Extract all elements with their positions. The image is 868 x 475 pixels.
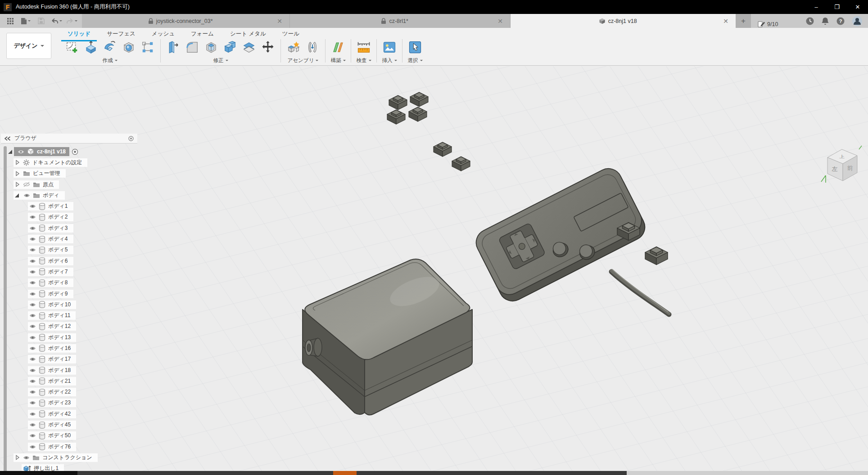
collapsed-arrow-icon[interactable] — [15, 160, 20, 165]
eye-icon[interactable] — [29, 368, 36, 373]
tree-view-management[interactable]: ビュー管理 — [8, 168, 98, 179]
group-label-insert[interactable]: 挿入 — [382, 57, 397, 64]
eye-icon[interactable] — [23, 455, 30, 460]
tree-body-row[interactable]: ボディ11 — [8, 310, 98, 321]
eye-icon[interactable] — [29, 215, 36, 220]
browser-scrollbar[interactable] — [4, 146, 7, 471]
tree-body-row[interactable]: ボディ5 — [8, 245, 98, 255]
tree-body-row[interactable]: ボディ45 — [8, 419, 98, 430]
eye-icon[interactable] — [29, 226, 36, 231]
expand-arrow-icon[interactable] — [8, 150, 12, 154]
insert-canvas-icon[interactable] — [381, 39, 398, 56]
construction-plane-icon[interactable] — [330, 39, 346, 56]
tree-body-row[interactable]: ボディ76 — [8, 441, 98, 452]
eye-icon[interactable] — [29, 269, 36, 274]
sweep-icon[interactable] — [102, 39, 118, 56]
browser-header[interactable]: ブラウザ — [1, 134, 137, 143]
tree-bodies-folder[interactable]: ボディ — [8, 190, 98, 201]
collapsed-arrow-icon[interactable] — [15, 455, 20, 460]
eye-icon[interactable] — [29, 346, 36, 351]
eye-icon[interactable] — [29, 444, 36, 449]
tab-cz-8rl1[interactable]: cz-8rl1* ✕ — [290, 14, 511, 28]
eye-icon[interactable] — [29, 291, 36, 296]
eye-icon[interactable] — [29, 259, 36, 264]
group-label-create[interactable]: 作成 — [103, 57, 118, 64]
eye-icon[interactable] — [29, 247, 36, 252]
tree-body-row[interactable]: ボディ10 — [8, 299, 98, 310]
eye-icon[interactable] — [29, 302, 36, 307]
new-component-icon[interactable] — [285, 39, 302, 56]
tree-document-settings[interactable]: ドキュメントの設定 — [8, 157, 98, 168]
tree-body-row[interactable]: ボディ9 — [8, 288, 98, 299]
press-pull-icon[interactable] — [165, 39, 181, 56]
tab-close-icon[interactable]: ✕ — [495, 18, 506, 25]
collapsed-arrow-icon[interactable] — [15, 171, 20, 176]
tree-body-row[interactable]: ボディ13 — [8, 332, 98, 343]
eye-icon[interactable] — [29, 400, 36, 405]
tree-body-row[interactable]: ボディ1 — [8, 201, 98, 211]
expand-arrow-icon[interactable] — [15, 193, 19, 197]
undo-button[interactable] — [50, 15, 63, 27]
tree-body-row[interactable]: ボディ4 — [8, 233, 98, 244]
tab-joystick-connector[interactable]: joystick-connector_03* ✕ — [82, 14, 290, 28]
tree-construction[interactable]: コンストラクション — [8, 452, 98, 463]
tree-body-row[interactable]: ボディ21 — [8, 376, 98, 386]
group-label-inspect[interactable]: 検査 — [357, 57, 371, 64]
move-copy-icon[interactable] — [260, 39, 276, 56]
new-tab-button[interactable]: + — [736, 14, 751, 28]
view-cube[interactable]: 上 左 前 — [819, 140, 864, 185]
pattern-icon[interactable] — [140, 39, 156, 56]
save-button[interactable] — [34, 15, 48, 27]
group-label-select[interactable]: 選択 — [408, 57, 423, 64]
eye-icon[interactable] — [18, 149, 24, 154]
tree-origin[interactable]: 原点 — [8, 179, 98, 190]
eye-icon[interactable] — [29, 335, 36, 340]
tree-body-row[interactable]: ボディ50 — [8, 430, 98, 441]
minimize-button[interactable]: – — [806, 0, 827, 14]
tree-feature-row[interactable]: 押し出し1 — [8, 463, 98, 471]
combine-icon[interactable] — [222, 39, 238, 56]
notifications-bell-icon[interactable] — [821, 17, 829, 26]
tree-root-row[interactable]: cz-8nj1 v18 — [8, 146, 98, 157]
hole-icon[interactable] — [121, 39, 137, 56]
select-icon[interactable] — [407, 39, 423, 56]
eye-icon[interactable] — [29, 412, 36, 417]
joint-icon[interactable] — [304, 39, 321, 56]
close-button[interactable]: ✕ — [847, 0, 868, 14]
maximize-button[interactable]: ❐ — [827, 0, 847, 14]
tree-body-row[interactable]: ボディ17 — [8, 354, 98, 365]
eye-icon[interactable] — [29, 324, 36, 329]
eye-icon[interactable] — [29, 280, 36, 285]
tree-body-row[interactable]: ボディ18 — [8, 365, 98, 376]
tab-close-icon[interactable]: ✕ — [720, 18, 731, 25]
eye-icon[interactable] — [29, 422, 36, 427]
eye-icon[interactable] — [29, 357, 36, 362]
tree-body-row[interactable]: ボディ3 — [8, 223, 98, 233]
tree-body-row[interactable]: ボディ6 — [8, 255, 98, 266]
clock-icon[interactable] — [805, 17, 814, 26]
eye-icon[interactable] — [29, 390, 36, 394]
collapse-arrows-icon[interactable] — [5, 136, 11, 141]
viewport-canvas[interactable]: 上 左 前 ブラウザ cz-8n — [0, 66, 868, 471]
group-label-construct[interactable]: 構築 — [331, 57, 346, 64]
eye-icon[interactable] — [29, 237, 36, 242]
collapsed-arrow-icon[interactable] — [15, 182, 20, 187]
redo-button[interactable] — [65, 15, 78, 27]
job-status-badge[interactable]: 9/10 — [757, 21, 778, 28]
avatar[interactable] — [852, 16, 863, 27]
group-label-assemble[interactable]: アセンブリ — [288, 57, 319, 64]
tree-body-row[interactable]: ボディ16 — [8, 343, 98, 354]
eye-icon[interactable] — [23, 193, 30, 198]
activate-radio-icon[interactable] — [72, 148, 78, 155]
tree-body-row[interactable]: ボディ22 — [8, 387, 98, 398]
eye-icon[interactable] — [29, 433, 36, 438]
eye-icon[interactable] — [29, 313, 36, 318]
extrude-icon[interactable] — [83, 39, 99, 56]
measure-icon[interactable] — [356, 39, 372, 56]
tree-body-row[interactable]: ボディ23 — [8, 398, 98, 408]
tree-body-row[interactable]: ボディ2 — [8, 212, 98, 223]
tree-body-row[interactable]: ボディ12 — [8, 321, 98, 332]
eye-icon[interactable] — [29, 204, 36, 209]
eye-icon[interactable] — [29, 379, 36, 384]
tree-body-row[interactable]: ボディ42 — [8, 408, 98, 419]
